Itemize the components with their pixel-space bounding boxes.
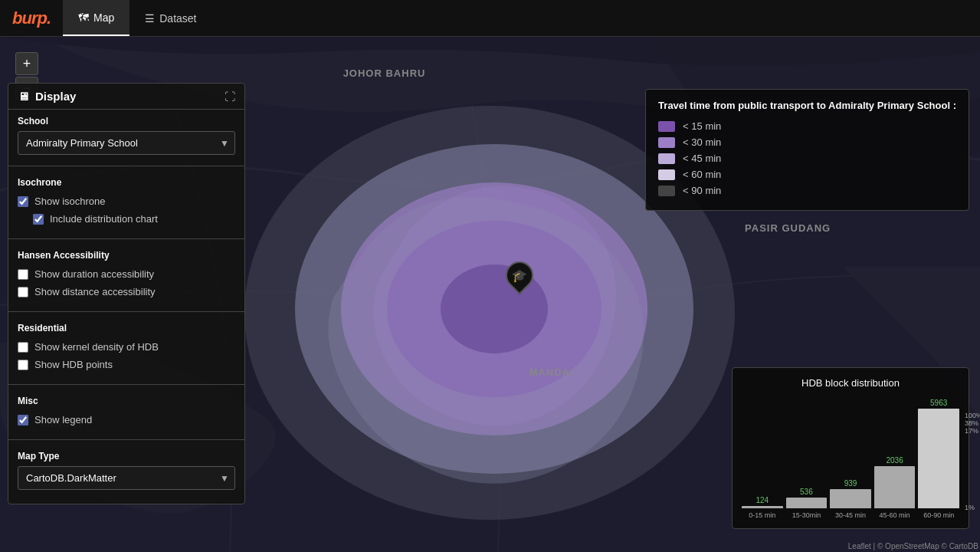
bar-label-0-15: 0-15 min	[749, 511, 775, 519]
legend-label-15: < 15 min	[683, 120, 721, 132]
divider-5	[8, 439, 244, 440]
y-label-100: 100%	[965, 412, 980, 419]
attribution: Leaflet | © OpenStreetMap © CartoDB	[848, 542, 978, 550]
divider-1	[8, 166, 244, 166]
display-panel: 🖥 Display ⛶ School Admiralty Primary Sch…	[8, 83, 245, 504]
bar-label-45-60: 45-60 min	[880, 511, 910, 519]
show-legend-checkbox[interactable]	[18, 415, 28, 426]
legend-label-60: < 60 min	[683, 169, 721, 180]
panel-header: 🖥 Display ⛶	[8, 84, 244, 110]
bar-value-45-60: 2036	[886, 456, 903, 465]
tab-map-label: Map	[93, 12, 114, 24]
school-dropdown[interactable]: Admiralty Primary School	[18, 131, 235, 155]
panel-title: 🖥 Display	[18, 90, 76, 103]
show-duration-label: Show duration accessibility	[34, 268, 154, 280]
map-type-dropdown[interactable]: CartoDB.DarkMatter OpenStreetMap Satelli…	[18, 466, 235, 490]
misc-section: Misc Show legend	[8, 389, 244, 435]
show-distance-checkbox[interactable]	[18, 287, 28, 297]
bar-15-30	[786, 498, 828, 508]
chart-area: 124 0-15 min 536 15-30min 939 30-45 min	[742, 396, 959, 519]
show-isochrone-checkbox[interactable]	[18, 196, 28, 207]
show-duration-row[interactable]: Show duration accessibility	[18, 265, 235, 283]
tab-map[interactable]: 🗺 Map	[63, 0, 129, 36]
legend-item-45: < 45 min	[658, 153, 956, 164]
include-distribution-label: Include distribution chart	[50, 213, 158, 225]
map-type-label: Map Type	[18, 451, 235, 462]
tab-dataset-label: Dataset	[159, 12, 196, 25]
show-kernel-row[interactable]: Show kernel density of HDB	[18, 338, 235, 356]
misc-label: Misc	[18, 396, 235, 406]
bar-label-30-45: 30-45 min	[835, 511, 866, 519]
chart-title: HDB block distribution	[742, 377, 959, 389]
show-isochrone-row[interactable]: Show isochrone	[18, 192, 235, 210]
hansen-section: Hansen Accessibility Show duration acces…	[8, 244, 244, 307]
zoom-in-button[interactable]: +	[15, 52, 38, 75]
school-section: School Admiralty Primary School ▼	[8, 110, 244, 161]
show-hdb-checkbox[interactable]	[18, 360, 28, 370]
legend-item-90: < 90 min	[658, 185, 956, 196]
bar-value-60-90: 5963	[930, 399, 947, 407]
bar-30-45	[830, 489, 871, 508]
app-logo: burp.	[0, 8, 63, 28]
bar-label-60-90: 60-90 min	[923, 511, 954, 519]
bar-60-90	[918, 409, 959, 508]
legend-color-45	[658, 153, 675, 164]
legend-color-30	[658, 137, 675, 148]
hansen-label: Hansen Accessibility	[18, 250, 235, 261]
map-container[interactable]: JOHOR BAHRU PASIR GUDANG MANDAI SUNGEI 🎓…	[0, 37, 980, 552]
y-label-1: 1%	[965, 504, 980, 511]
dataset-icon: ☰	[145, 12, 155, 25]
legend-label-90: < 90 min	[683, 185, 721, 196]
isochrone-section: Isochrone Show isochrone Include distrib…	[8, 171, 244, 234]
legend-title: Travel time from public transport to Adm…	[658, 99, 956, 113]
legend-item-60: < 60 min	[658, 169, 956, 180]
school-label: School	[18, 116, 235, 127]
legend-item-30: < 30 min	[658, 136, 956, 148]
school-marker: 🎓	[506, 261, 533, 289]
bar-value-15-30: 536	[800, 488, 813, 496]
legend-label-30: < 30 min	[683, 136, 721, 148]
chart-panel: HDB block distribution 124 0-15 min 536 …	[732, 367, 969, 529]
legend-color-60	[658, 169, 675, 180]
divider-3	[8, 311, 244, 312]
show-isochrone-label: Show isochrone	[34, 196, 106, 207]
bar-group-60-90: 5963 60-90 min	[918, 399, 959, 519]
app-header: burp. 🗺 Map ☰ Dataset	[0, 0, 980, 37]
show-duration-checkbox[interactable]	[18, 269, 28, 280]
bar-label-15-30: 15-30min	[792, 511, 821, 519]
show-distance-row[interactable]: Show distance accessibility	[18, 283, 235, 301]
show-hdb-row[interactable]: Show HDB points	[18, 356, 235, 373]
show-distance-label: Show distance accessibility	[34, 286, 156, 297]
school-icon: 🎓	[512, 268, 527, 283]
include-distribution-checkbox[interactable]	[33, 214, 44, 225]
show-legend-row[interactable]: Show legend	[18, 411, 235, 429]
legend-panel: Travel time from public transport to Adm…	[645, 89, 969, 211]
bar-45-60	[874, 466, 916, 508]
map-type-dropdown-wrapper: CartoDB.DarkMatter OpenStreetMap Satelli…	[18, 466, 235, 490]
school-dropdown-wrapper: Admiralty Primary School ▼	[18, 131, 235, 155]
residential-label: Residential	[18, 323, 235, 334]
display-icon: 🖥	[18, 90, 29, 103]
isochrone-label: Isochrone	[18, 177, 235, 188]
bar-group-45-60: 2036 45-60 min	[874, 456, 916, 519]
bar-value-30-45: 939	[844, 479, 857, 488]
expand-icon[interactable]: ⛶	[225, 90, 235, 103]
residential-section: Residential Show kernel density of HDB S…	[8, 317, 244, 380]
y-axis: 100% 38% 17% 1%	[965, 412, 980, 511]
tab-dataset[interactable]: ☰ Dataset	[129, 0, 211, 36]
bar-group-15-30: 536 15-30min	[786, 488, 828, 519]
bar-value-0-15: 124	[755, 496, 769, 504]
legend-color-15	[658, 121, 675, 132]
include-distribution-row[interactable]: Include distribution chart	[18, 210, 235, 228]
show-hdb-label: Show HDB points	[34, 359, 113, 370]
legend-label-45: < 45 min	[683, 153, 721, 164]
show-kernel-checkbox[interactable]	[18, 342, 28, 353]
bar-0-15	[742, 506, 783, 508]
bar-group-0-15: 124 0-15 min	[742, 496, 783, 519]
y-label-38: 38%	[965, 419, 980, 427]
map-icon: 🗺	[78, 12, 89, 24]
y-label-17: 17%	[965, 427, 980, 435]
bar-group-30-45: 939 30-45 min	[830, 479, 871, 519]
legend-color-90	[658, 186, 675, 196]
divider-2	[8, 238, 244, 239]
